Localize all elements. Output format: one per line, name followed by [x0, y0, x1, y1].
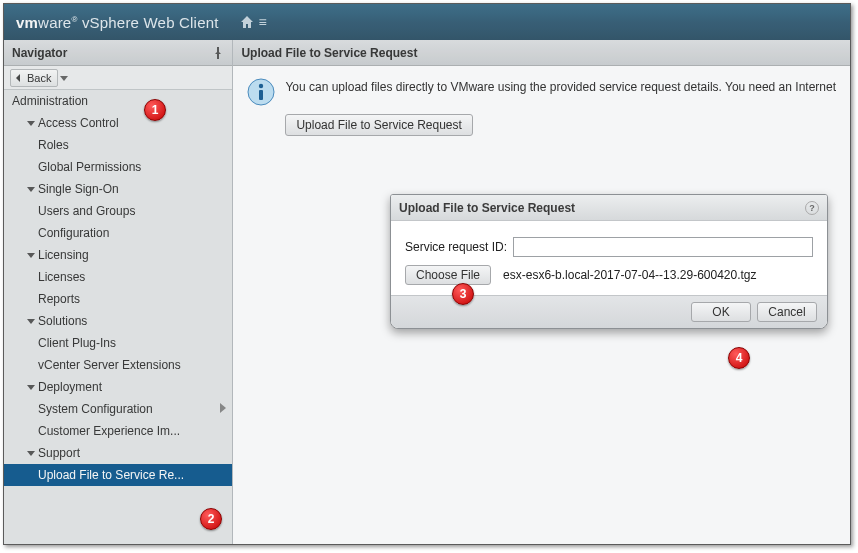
tree-item-label: vCenter Server Extensions — [38, 358, 181, 372]
caret-down-icon — [26, 317, 36, 325]
info-text: You can upload files directly to VMware … — [285, 78, 836, 96]
info-icon — [247, 78, 275, 106]
tree-group-solutions[interactable]: Solutions — [4, 310, 232, 332]
caret-down-icon — [26, 185, 36, 193]
tree-item-vcenter-ext[interactable]: vCenter Server Extensions — [4, 354, 232, 376]
annotation-marker-3: 3 — [452, 283, 474, 305]
tree-group-deployment[interactable]: Deployment — [4, 376, 232, 398]
main-title-bar: Upload File to Service Request — [233, 40, 850, 66]
help-icon[interactable]: ? — [805, 201, 819, 215]
tree-item-client-plugins[interactable]: Client Plug-Ins — [4, 332, 232, 354]
tree-item-label: Users and Groups — [38, 204, 135, 218]
tree-item-label: Licenses — [38, 270, 85, 284]
tree-item-label: Upload File to Service Re... — [38, 468, 184, 482]
tree-item-upload-file[interactable]: Upload File to Service Re... — [4, 464, 232, 486]
app-header: vmware® vSphere Web Client ≡ — [4, 4, 850, 40]
tree-item-label: Customer Experience Im... — [38, 424, 180, 438]
back-label: Back — [27, 72, 51, 84]
navigator-title: Navigator — [12, 46, 67, 60]
tree-item-configuration[interactable]: Configuration — [4, 222, 232, 244]
selected-filename: esx-esx6-b.local-2017-07-04--13.29-60042… — [503, 268, 756, 282]
navigator-title-bar: Navigator — [4, 40, 232, 66]
tree-item-label: Reports — [38, 292, 80, 306]
back-history-dropdown[interactable] — [60, 72, 68, 84]
tree-item-customer-experience[interactable]: Customer Experience Im... — [4, 420, 232, 442]
tree-item-label: Global Permissions — [38, 160, 141, 174]
home-icon[interactable] — [239, 14, 255, 30]
upload-file-button[interactable]: Upload File to Service Request — [285, 114, 472, 136]
navigator-panel: Navigator Back Administration — [4, 40, 233, 544]
svg-rect-1 — [259, 90, 263, 100]
chevron-right-icon — [220, 402, 226, 416]
tree-group-access-control[interactable]: Access Control — [4, 112, 232, 134]
sr-id-input[interactable] — [513, 237, 813, 257]
tree-item-label: System Configuration — [38, 402, 153, 416]
caret-down-icon — [26, 119, 36, 127]
tree-item-label: Client Plug-Ins — [38, 336, 116, 350]
annotation-marker-1: 1 — [144, 99, 166, 121]
tree-group-label: Licensing — [38, 248, 89, 262]
upload-dialog: Upload File to Service Request ? Service… — [390, 194, 828, 329]
tree-group-label: Support — [38, 446, 80, 460]
tree-item-label: Roles — [38, 138, 69, 152]
caret-down-icon — [26, 383, 36, 391]
choose-file-button[interactable]: Choose File — [405, 265, 491, 285]
sr-id-label: Service request ID: — [405, 240, 507, 254]
back-button[interactable]: Back — [10, 69, 58, 87]
dialog-title-bar[interactable]: Upload File to Service Request ? — [391, 195, 827, 221]
tree-item-users-groups[interactable]: Users and Groups — [4, 200, 232, 222]
product-title: vmware® vSphere Web Client — [16, 14, 219, 31]
tree-group-label: Solutions — [38, 314, 87, 328]
caret-down-icon — [26, 449, 36, 457]
back-bar: Back — [4, 66, 232, 90]
caret-down-icon — [26, 251, 36, 259]
nav-tree: Administration Access Control Roles Glob… — [4, 90, 232, 544]
cancel-button[interactable]: Cancel — [757, 302, 817, 322]
tree-root-label: Administration — [12, 94, 88, 108]
main-title: Upload File to Service Request — [241, 46, 417, 60]
annotation-marker-2: 2 — [200, 508, 222, 530]
tree-item-global-permissions[interactable]: Global Permissions — [4, 156, 232, 178]
tree-item-reports[interactable]: Reports — [4, 288, 232, 310]
tree-item-system-config[interactable]: System Configuration — [4, 398, 232, 420]
tree-item-licenses[interactable]: Licenses — [4, 266, 232, 288]
svg-point-2 — [259, 84, 263, 88]
dialog-title: Upload File to Service Request — [399, 201, 575, 215]
home-menu-icon[interactable]: ≡ — [259, 14, 267, 30]
tree-root-administration[interactable]: Administration — [4, 90, 232, 112]
annotation-marker-4: 4 — [728, 347, 750, 369]
tree-group-sso[interactable]: Single Sign-On — [4, 178, 232, 200]
tree-item-roles[interactable]: Roles — [4, 134, 232, 156]
tree-item-label: Configuration — [38, 226, 109, 240]
pin-icon[interactable] — [212, 47, 224, 59]
tree-group-licensing[interactable]: Licensing — [4, 244, 232, 266]
tree-group-label: Deployment — [38, 380, 102, 394]
tree-group-label: Access Control — [38, 116, 119, 130]
tree-group-label: Single Sign-On — [38, 182, 119, 196]
tree-group-support[interactable]: Support — [4, 442, 232, 464]
ok-button[interactable]: OK — [691, 302, 751, 322]
